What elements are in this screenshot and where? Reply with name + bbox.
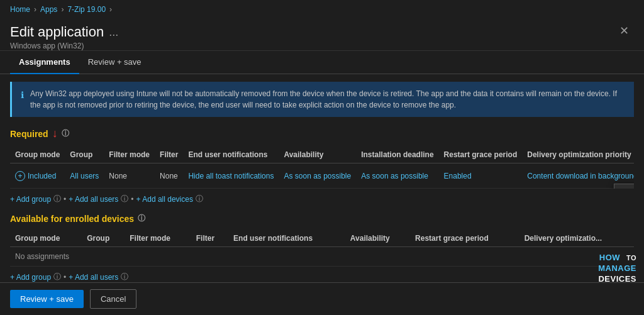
avail-col-group: Group xyxy=(82,230,125,247)
avail-col-delivery: Delivery optimizatio... xyxy=(519,230,634,247)
page-title-text: Edit application xyxy=(10,24,104,40)
required-add-links: + Add group ⓘ • + Add all users ⓘ • + Ad… xyxy=(10,194,634,204)
watermark-line2: MANAGE DEVICES xyxy=(598,263,636,285)
available-table-header: Group mode Group Filter mode Filter End … xyxy=(10,230,634,247)
available-section-title: Available for enrolled devices ⓘ xyxy=(10,213,634,224)
no-assignments-row: No assignments xyxy=(10,247,634,267)
col-install-deadline: Installation deadline xyxy=(356,146,438,163)
info-banner: ℹ Any Win32 app deployed using Intune wi… xyxy=(10,82,634,117)
cell-filter-mode: None xyxy=(104,163,155,189)
avail-col-availability: Availability xyxy=(345,230,410,247)
required-info-icon[interactable]: ⓘ xyxy=(62,128,69,139)
required-label: Required xyxy=(10,129,48,139)
required-arrow-icon: ↓ xyxy=(52,127,58,140)
delivery-opt-text: Content download in background xyxy=(527,172,634,180)
no-assignments-text: No assignments xyxy=(10,247,634,267)
available-add-links: + Add group ⓘ • + Add all users ⓘ xyxy=(10,272,634,282)
cell-group-mode: + Included xyxy=(10,163,65,189)
avail-col-restart: Restart grace period xyxy=(410,230,519,247)
avail-col-filter: Filter xyxy=(191,230,228,247)
tab-assignments[interactable]: Assignments xyxy=(10,51,79,74)
delete-menu-item[interactable]: 🗑 Delete 2 xyxy=(614,184,634,189)
info-icon: ℹ xyxy=(21,89,24,111)
footer-bar: Review + save Cancel xyxy=(0,282,644,315)
cell-install-deadline[interactable]: As soon as possible xyxy=(356,163,438,189)
tabs-bar: Assignments Review + save xyxy=(0,51,644,74)
avail-add-all-users-link[interactable]: + Add all users xyxy=(69,273,118,282)
cell-group[interactable]: All users xyxy=(65,163,104,189)
watermark-to: TO xyxy=(626,254,636,262)
avail-add-group-link[interactable]: + Add group xyxy=(10,273,51,282)
plus-circle-icon: + xyxy=(15,171,25,181)
watermark-devices: DEVICES xyxy=(598,274,636,284)
cell-availability[interactable]: As soon as possible xyxy=(279,163,356,189)
review-save-button[interactable]: Review + save xyxy=(10,290,84,308)
col-availability: Availability xyxy=(279,146,356,163)
close-button[interactable]: ✕ xyxy=(614,21,634,40)
tab-review-save[interactable]: Review + save xyxy=(79,51,150,74)
col-delivery-opt: Delivery optimization priority xyxy=(522,146,634,163)
page-title: Edit application ... xyxy=(10,24,118,40)
watermark-line1: HOW TO xyxy=(598,253,636,263)
breadcrumb: Home › Apps › 7-Zip 19.00 › xyxy=(0,0,644,19)
available-table-wrapper: Group mode Group Filter mode Filter End … xyxy=(10,230,634,267)
avail-col-filter-mode: Filter mode xyxy=(125,230,191,247)
header-bar: Edit application ... Windows app (Win32)… xyxy=(0,19,644,51)
delivery-action-cell: Content download in background 1 ⋯ 🗑 Del… xyxy=(527,169,634,183)
cell-restart-grace[interactable]: Enabled xyxy=(439,163,523,189)
avail-col-end-user: End user notifications xyxy=(228,230,345,247)
watermark-how: HOW xyxy=(599,253,620,262)
breadcrumb-app-name[interactable]: 7-Zip 19.00 xyxy=(67,5,106,14)
info-banner-text: Any Win32 app deployed using Intune will… xyxy=(30,88,625,111)
required-table-wrapper: Group mode Group Filter mode Filter End … xyxy=(10,146,634,189)
available-label: Available for enrolled devices xyxy=(10,214,134,224)
title-options-button[interactable]: ... xyxy=(109,26,118,39)
context-menu: 🗑 Delete 2 xyxy=(614,184,634,189)
watermark: HOW TO MANAGE DEVICES xyxy=(598,253,636,285)
available-table: Group mode Group Filter mode Filter End … xyxy=(10,230,634,267)
included-badge: + Included xyxy=(15,171,60,181)
col-filter: Filter xyxy=(155,146,183,163)
col-end-user-notif: End user notifications xyxy=(183,146,279,163)
cancel-button[interactable]: Cancel xyxy=(90,289,136,309)
col-group: Group xyxy=(65,146,104,163)
cell-end-user-notif[interactable]: Hide all toast notifications xyxy=(183,163,279,189)
col-filter-mode: Filter mode xyxy=(104,146,155,163)
col-restart-grace: Restart grace period xyxy=(439,146,523,163)
add-all-devices-link[interactable]: + Add all devices xyxy=(136,195,193,204)
available-info-icon[interactable]: ⓘ xyxy=(138,213,145,224)
add-all-users-link[interactable]: + Add all users xyxy=(69,195,118,204)
included-text: Included xyxy=(28,172,56,180)
required-table: Group mode Group Filter mode Filter End … xyxy=(10,146,634,189)
main-content: ℹ Any Win32 app deployed using Intune wi… xyxy=(0,74,644,307)
required-table-header: Group mode Group Filter mode Filter End … xyxy=(10,146,634,163)
add-group-link[interactable]: + Add group xyxy=(10,195,51,204)
breadcrumb-home[interactable]: Home xyxy=(10,5,30,14)
watermark-manage: MANAGE xyxy=(598,263,636,273)
header-left: Edit application ... Windows app (Win32) xyxy=(10,24,118,50)
page-subtitle: Windows app (Win32) xyxy=(10,41,118,50)
breadcrumb-apps[interactable]: Apps xyxy=(40,5,57,14)
cell-delivery-opt: Content download in background 1 ⋯ 🗑 Del… xyxy=(522,163,634,189)
cell-filter: None xyxy=(155,163,183,189)
avail-col-group-mode: Group mode xyxy=(10,230,82,247)
required-section-title: Required ↓ ⓘ xyxy=(10,127,634,140)
col-group-mode: Group mode xyxy=(10,146,65,163)
table-row: + Included All users None None Hide all … xyxy=(10,163,634,189)
